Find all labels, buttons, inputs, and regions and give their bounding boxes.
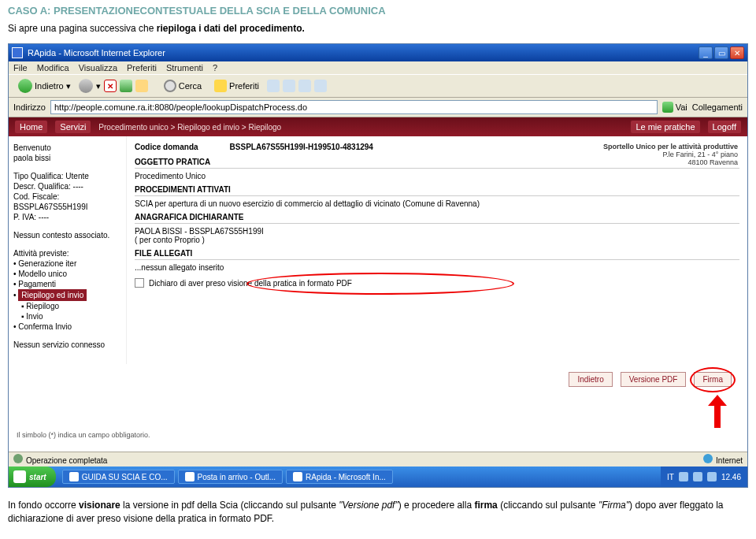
- tray-icon-2[interactable]: [693, 472, 702, 481]
- start-label: start: [29, 473, 46, 481]
- versione-pdf-button[interactable]: Versione PDF: [621, 372, 687, 387]
- taskbar-item-3[interactable]: RApida - Microsoft In...: [286, 470, 393, 484]
- clock: 12.46: [721, 473, 741, 481]
- codice-value: BSSPLA67S55H199I-H199510-4831294: [230, 143, 373, 151]
- nav-logoff[interactable]: Logoff: [708, 121, 741, 133]
- address-input[interactable]: http://people.comune.ra.it:8080/people/l…: [50, 100, 658, 114]
- main-panel: Sportello Unico per le attività produtti…: [127, 136, 747, 364]
- zone-text: Internet: [716, 456, 743, 465]
- go-icon: [662, 102, 673, 113]
- office-line1: Sportello Unico per le attività produtti…: [603, 143, 738, 151]
- intro-prefix: Si apre una pagina successiva che: [8, 23, 157, 34]
- task-icon-3: [293, 472, 302, 481]
- sidebar-servizio: Nessun servizio connesso: [13, 340, 121, 350]
- body-paragraph-1: In fondo occorre visionare la versione i…: [8, 499, 748, 526]
- ie-icon: [12, 47, 23, 58]
- system-tray: IT 12.46: [661, 467, 747, 487]
- status-icon: [13, 454, 23, 463]
- task-icon-1: [69, 472, 79, 481]
- sidebar-attivita: Attività previste:: [13, 248, 121, 258]
- office-line3: 48100 Ravenna: [603, 158, 738, 166]
- nav-pratiche[interactable]: Le mie pratiche: [631, 121, 699, 133]
- taskbar: start GUIDA SU SCIA E CO... Posta in arr…: [9, 467, 747, 487]
- sidebar-tipo: Tipo Qualifica: Utente: [13, 171, 121, 181]
- file-val: ...nessun allegato inserito: [135, 263, 739, 272]
- status-bar: Operazione completata Internet: [9, 452, 747, 467]
- menu-modifica[interactable]: Modifica: [37, 63, 69, 72]
- task-label-1: GUIDA SU SCIA E CO...: [82, 473, 168, 481]
- intro-text: Si apre una pagina successiva che riepil…: [8, 23, 748, 34]
- sidebar-modello[interactable]: Modello unico: [18, 270, 67, 278]
- dichiaro-row: Dichiaro di aver preso visione della pra…: [135, 278, 739, 288]
- sidebar: Benvenuto paola bissi Tipo Qualifica: Ut…: [9, 136, 127, 364]
- search-label: Cerca: [179, 81, 202, 91]
- taskbar-item-1[interactable]: GUIDA SU SCIA E CO...: [62, 470, 175, 484]
- dichiaro-checkbox[interactable]: [135, 278, 144, 288]
- annotation-ellipse-2: [690, 367, 736, 392]
- lang-indicator[interactable]: IT: [667, 473, 674, 481]
- tray-icon-1[interactable]: [679, 472, 688, 481]
- menu-strumenti[interactable]: Strumenti: [166, 63, 203, 72]
- nav-home[interactable]: Home: [15, 121, 47, 133]
- proc-val: SCIA per apertura di un nuovo esercizio …: [135, 199, 739, 208]
- sidebar-benvenuto: Benvenuto: [13, 143, 121, 153]
- maximize-button[interactable]: ▭: [714, 46, 728, 59]
- sidebar-gen[interactable]: Generazione iter: [18, 259, 76, 268]
- anag-val1: PAOLA BISSI - BSSPLA67S55H199I: [135, 227, 739, 236]
- window-title: RApida - Microsoft Internet Explorer: [28, 48, 699, 58]
- taskbar-item-2[interactable]: Posta in arrivo - Outl...: [178, 470, 283, 484]
- anag-head: ANAGRAFICA DICHIARANTE: [135, 213, 739, 224]
- menu-help[interactable]: ?: [213, 63, 217, 72]
- button-bar: Indietro Versione PDF Firma: [9, 364, 747, 395]
- sidebar-contesto: Nessun contesto associato.: [13, 230, 121, 240]
- windows-icon: [13, 470, 26, 483]
- address-bar: Indirizzo http://people.comune.ra.it:808…: [9, 98, 747, 117]
- address-label: Indirizzo: [13, 102, 46, 112]
- favorites-button[interactable]: Preferiti: [209, 78, 264, 94]
- intro-bold: riepiloga i dati del procedimento.: [157, 23, 305, 34]
- annotation-arrow: [706, 395, 728, 428]
- office-line2: P.le Farini, 21 - 4° piano: [603, 151, 738, 158]
- body-paragraph-2: L'interessato deve scaricare sul suo PC …: [8, 537, 748, 539]
- tray-icon-3[interactable]: [707, 472, 717, 481]
- browser-window: RApida - Microsoft Internet Explorer _ ▭…: [8, 43, 748, 488]
- menu-preferiti[interactable]: Preferiti: [127, 63, 157, 72]
- file-head: FILE ALLEGATI: [135, 249, 739, 260]
- sidebar-conferma[interactable]: Conferma Invio: [18, 322, 72, 331]
- menu-visualizza[interactable]: Visualizza: [79, 63, 117, 72]
- menu-file[interactable]: File: [13, 63, 28, 72]
- sidebar-invio[interactable]: Invio: [26, 312, 43, 321]
- minimize-button[interactable]: _: [699, 46, 713, 59]
- task-label-2: Posta in arrivo - Outl...: [198, 473, 276, 481]
- go-button[interactable]: Vai: [662, 102, 687, 113]
- misc-icon-1[interactable]: [267, 80, 280, 92]
- sidebar-riep-sel[interactable]: Riepilogo ed invio: [18, 289, 87, 301]
- indietro-button[interactable]: Indietro: [569, 372, 612, 387]
- star-icon: [214, 80, 227, 92]
- nav-servizi[interactable]: Servizi: [55, 121, 91, 133]
- forward-button[interactable]: [79, 79, 93, 93]
- proc-head: PROCEDIMENTI ATTIVATI: [135, 185, 739, 196]
- stop-button[interactable]: ✕: [104, 80, 117, 92]
- favorites-label: Preferiti: [229, 81, 259, 91]
- start-button[interactable]: start: [9, 467, 56, 487]
- page-content: Home Servizi Procedimento unico > Riepil…: [9, 117, 747, 452]
- misc-icon-3[interactable]: [298, 80, 311, 92]
- home-button[interactable]: [135, 80, 148, 92]
- task-icon-2: [185, 472, 195, 481]
- back-button[interactable]: Indietro ▾: [13, 77, 76, 95]
- links-label[interactable]: Collegamenti: [692, 102, 743, 112]
- refresh-button[interactable]: [120, 80, 132, 92]
- sidebar-pag[interactable]: Pagamenti: [18, 280, 56, 288]
- office-info: Sportello Unico per le attività produtti…: [603, 143, 738, 166]
- sidebar-riep[interactable]: Riepilogo: [26, 302, 59, 310]
- misc-icon-4[interactable]: [314, 80, 327, 92]
- required-note: Il simbolo (*) indica un campo obbligato…: [9, 428, 747, 452]
- titlebar: RApida - Microsoft Internet Explorer _ ▭…: [9, 44, 747, 61]
- close-button[interactable]: ✕: [730, 46, 744, 59]
- search-button[interactable]: Cerca: [159, 78, 206, 94]
- misc-icon-2[interactable]: [283, 80, 295, 92]
- back-label: Indietro: [35, 81, 64, 91]
- search-icon: [164, 80, 176, 92]
- toolbar: Indietro ▾ ▾ ✕ Cerca Preferiti: [9, 74, 747, 98]
